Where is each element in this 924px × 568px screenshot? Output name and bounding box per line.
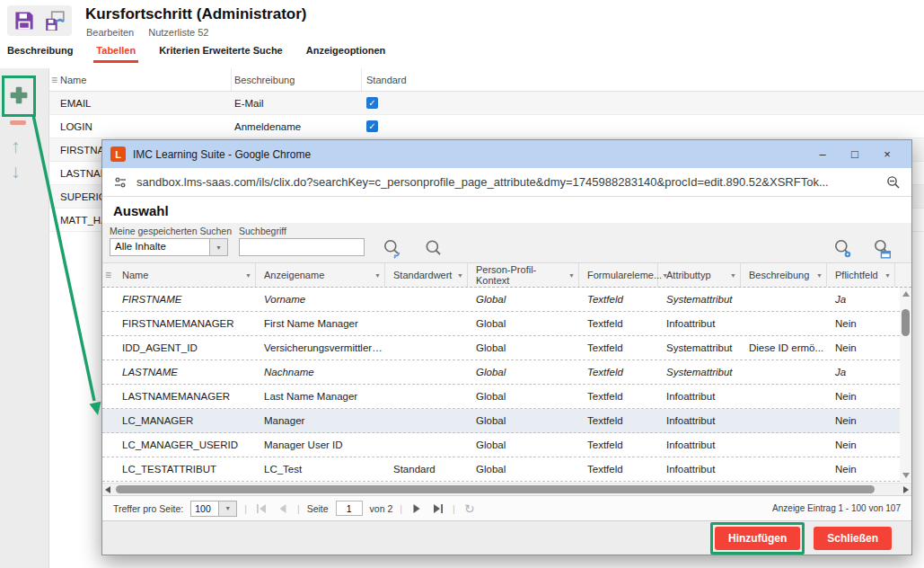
horizontal-scrollbar[interactable] bbox=[102, 483, 911, 495]
table-row[interactable]: EMAILE-Mail✓ bbox=[49, 92, 924, 115]
cell-beschreibung: E-Mail bbox=[232, 98, 362, 109]
refresh-icon[interactable]: ↻ bbox=[462, 502, 477, 515]
save-and-close-button[interactable] bbox=[43, 9, 66, 32]
tab-beschreibung[interactable]: Beschreibung bbox=[7, 45, 73, 63]
column-header-label: Anzeigename bbox=[264, 270, 324, 280]
filter-chevron-icon[interactable]: ▼ bbox=[568, 272, 575, 279]
drag-handle-icon[interactable]: ≡ bbox=[49, 74, 60, 86]
table-row[interactable]: IDD_AGENT_IDVersicherungsvermittler-I...… bbox=[102, 336, 900, 360]
popup-titlebar[interactable]: L IMC Learning Suite - Google Chrome – □… bbox=[102, 140, 911, 168]
table-row[interactable]: FIRSTNAMEMANAGERFirst Name ManagerGlobal… bbox=[102, 312, 900, 336]
page-input[interactable] bbox=[336, 501, 363, 516]
move-down-button[interactable]: ↓ bbox=[11, 162, 21, 181]
drag-handle-icon[interactable]: ≡ bbox=[102, 269, 114, 281]
next-page-icon[interactable] bbox=[409, 503, 424, 514]
cell-attributtyp: Systemattribut bbox=[658, 367, 741, 377]
column-header-standardwert[interactable]: Standardwert▼ bbox=[385, 263, 468, 287]
scrollbar-thumb[interactable] bbox=[116, 485, 875, 493]
table-row[interactable]: FIRSTNAMEVornameGlobalTextfeldSystemattr… bbox=[102, 288, 900, 312]
tab-anzeigeoptionen[interactable]: Anzeigeoptionen bbox=[306, 45, 386, 63]
column-header-anzeigename[interactable]: Anzeigename▼ bbox=[256, 263, 385, 287]
search-panel: Meine gespeicherten Suchen Alle Inhalte … bbox=[102, 223, 911, 263]
search-term-label: Suchbegriff bbox=[239, 226, 365, 236]
cell-pflichtfeld: Ja bbox=[827, 367, 895, 377]
filter-chevron-icon[interactable]: ▼ bbox=[816, 272, 823, 279]
last-page-icon[interactable] bbox=[431, 503, 445, 514]
column-header-pflichtfeld[interactable]: Pflichtfeld▼ bbox=[827, 263, 895, 287]
page-title: Kursfortschritt (Administrator) bbox=[85, 5, 307, 23]
save-button[interactable] bbox=[13, 9, 36, 32]
hinzufuegen-button[interactable]: Hinzufügen bbox=[715, 527, 800, 550]
scroll-right-icon[interactable] bbox=[903, 486, 909, 493]
remove-row-button[interactable] bbox=[10, 120, 26, 125]
column-header-beschreibung[interactable]: Beschreibung bbox=[232, 68, 362, 91]
cell-attributtyp: Infoattribut bbox=[658, 439, 741, 450]
table-row[interactable]: LC_TESTATTRIBUTLC_TestStandardGlobalText… bbox=[102, 457, 900, 482]
tab-tabellen[interactable]: Tabellen bbox=[96, 45, 136, 63]
cell-name: LC_TESTATTRIBUT bbox=[114, 464, 256, 475]
table-row[interactable]: LOGINAnmeldename✓ bbox=[49, 115, 924, 138]
cell-kontext: Global bbox=[468, 342, 579, 353]
cell-formularelement: Textfeld bbox=[579, 318, 658, 329]
cell-attributtyp: Infoattribut bbox=[658, 464, 741, 475]
column-header-kontext[interactable]: Person-Profil-Kontext▼ bbox=[468, 263, 579, 287]
popup-window: L IMC Learning Suite - Google Chrome – □… bbox=[101, 139, 912, 555]
nutzerliste-link[interactable]: Nutzerliste 52 bbox=[148, 27, 208, 38]
table-body: FIRSTNAMEVornameGlobalTextfeldSystemattr… bbox=[102, 288, 900, 482]
chevron-down-icon[interactable]: ▼ bbox=[218, 501, 236, 516]
minimize-button[interactable]: – bbox=[806, 147, 839, 161]
scroll-up-icon[interactable] bbox=[902, 291, 910, 297]
search-reset-icon[interactable] bbox=[382, 238, 403, 260]
column-header-attributtyp[interactable]: Attributtyp▼ bbox=[658, 263, 741, 287]
search-display-icon[interactable] bbox=[871, 238, 893, 260]
cell-name: LC_MANAGER bbox=[114, 415, 256, 426]
filter-chevron-icon[interactable]: ▼ bbox=[245, 272, 251, 279]
search-term-input[interactable] bbox=[239, 238, 365, 256]
table-row[interactable]: LC_MANAGERManagerGlobalTextfeldInfoattri… bbox=[102, 409, 900, 433]
column-header-beschreibung[interactable]: Beschreibung▼ bbox=[741, 263, 827, 287]
filter-chevron-icon[interactable]: ▼ bbox=[730, 272, 736, 279]
per-page-select[interactable]: 100 ▼ bbox=[190, 501, 237, 517]
column-header-standard[interactable]: Standard bbox=[362, 75, 924, 85]
close-window-button[interactable]: × bbox=[871, 147, 903, 161]
bearbeiten-link[interactable]: Bearbeiten bbox=[86, 27, 134, 38]
separator: | bbox=[244, 503, 247, 514]
maximize-button[interactable]: □ bbox=[839, 147, 871, 161]
saved-searches-value: Alle Inhalte bbox=[110, 239, 209, 255]
zoom-out-icon[interactable] bbox=[886, 175, 901, 190]
imc-logo-icon: L bbox=[110, 146, 126, 162]
first-page-icon[interactable] bbox=[254, 503, 268, 514]
filter-chevron-icon[interactable]: ▼ bbox=[374, 272, 381, 279]
url-text[interactable]: sandbox.lms-saas.com/ils/clix.do?searchK… bbox=[136, 175, 877, 189]
table-row[interactable]: LC_MANAGER_USERIDManager User IDGlobalTe… bbox=[102, 433, 900, 457]
filter-chevron-icon[interactable]: ▼ bbox=[884, 272, 891, 279]
saved-searches-select[interactable]: Alle Inhalte ▼ bbox=[110, 238, 228, 256]
page-toolbar bbox=[7, 5, 72, 36]
prev-page-icon[interactable] bbox=[276, 503, 290, 514]
site-settings-icon[interactable] bbox=[113, 175, 128, 190]
chevron-down-icon[interactable]: ▼ bbox=[209, 239, 227, 255]
standard-checkbox[interactable]: ✓ bbox=[366, 120, 378, 132]
vertical-scrollbar[interactable] bbox=[900, 288, 911, 482]
column-header-name[interactable]: Name bbox=[60, 68, 232, 91]
add-row-button[interactable] bbox=[9, 85, 29, 108]
window-title: IMC Learning Suite - Google Chrome bbox=[133, 148, 806, 161]
table-row[interactable]: LASTNAMENachnameGlobalTextfeldSystemattr… bbox=[102, 360, 900, 385]
cell-name: LOGIN bbox=[60, 121, 232, 132]
table-row[interactable]: LASTNAMEMANAGERLast Name ManagerGlobalTe… bbox=[102, 385, 900, 409]
advanced-search-icon[interactable] bbox=[832, 238, 854, 260]
cell-name: IDD_AGENT_ID bbox=[114, 342, 256, 353]
schliessen-button[interactable]: Schließen bbox=[814, 527, 892, 550]
standard-checkbox[interactable]: ✓ bbox=[366, 97, 378, 109]
column-header-label: Beschreibung bbox=[749, 270, 809, 280]
column-header-name[interactable]: Name▼ bbox=[114, 263, 256, 287]
scrollbar-thumb[interactable] bbox=[902, 309, 910, 336]
cell-kontext: Global bbox=[468, 391, 579, 402]
scroll-down-icon[interactable] bbox=[902, 473, 910, 478]
scroll-left-icon[interactable] bbox=[105, 486, 110, 493]
column-header-formularelement[interactable]: Formulareleme...▼ bbox=[579, 263, 658, 287]
filter-chevron-icon[interactable]: ▼ bbox=[457, 272, 463, 279]
move-up-button[interactable]: ↑ bbox=[11, 137, 21, 155]
tab-kriterien-erweiterte-suche[interactable]: Kriterien Erweiterte Suche bbox=[159, 45, 283, 63]
search-icon[interactable] bbox=[423, 238, 444, 260]
